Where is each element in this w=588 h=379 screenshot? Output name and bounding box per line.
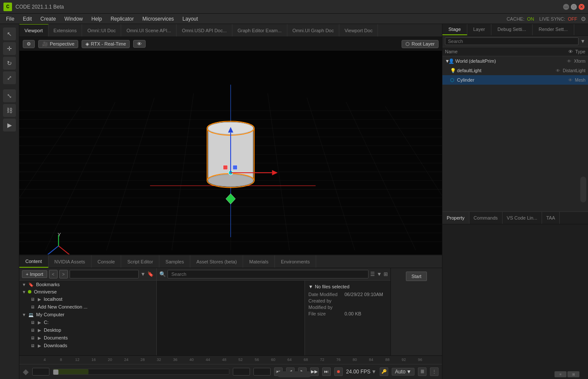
root-layer-button[interactable]: ⬡ Root Layer [402, 40, 439, 48]
prop-tab-commands[interactable]: Commands [469, 212, 503, 224]
nav-forward-button[interactable]: > [59, 270, 68, 278]
link-tool[interactable]: ⛓ [3, 104, 16, 117]
move-tool[interactable]: ✛ [3, 42, 16, 55]
select-tool[interactable]: ↖ [3, 28, 16, 40]
ruler-84: 84 [363, 358, 379, 362]
desktop-folder-icon: 🖥 [30, 327, 36, 333]
menu-file[interactable]: File [2, 15, 18, 23]
stage-tab-stage[interactable]: Stage [442, 24, 467, 35]
tree-item-bookmarks[interactable]: ▼ 🔖 Bookmarks [19, 281, 156, 288]
timeline-progress [53, 369, 88, 374]
scale-tool[interactable]: ⤢ [3, 71, 16, 84]
tree-item-downloads[interactable]: 🖥 ▶ Downloads [19, 342, 156, 349]
scene-container: Y X Z [19, 37, 442, 254]
bookmark-icon[interactable]: 🔖 [147, 271, 154, 277]
visibility-button[interactable]: 👁 [133, 40, 146, 48]
content-filter-icon[interactable]: ▼ [377, 271, 382, 277]
nav-back-button[interactable]: < [49, 270, 58, 278]
grid-filter-icon[interactable]: ⊞ [384, 271, 388, 277]
omniverse-status-dot [28, 290, 31, 293]
tab-omni-ui-doc[interactable]: Omni::UI Doc [82, 24, 121, 37]
filter-icon[interactable]: ▼ [140, 271, 146, 277]
tab-viewport[interactable]: Viewport [19, 24, 49, 37]
documents-icon: 🖥 [30, 335, 36, 341]
tree-row-defaultlight[interactable]: 💡 defaultLight 👁 DistantLight [442, 66, 588, 75]
defaultlight-name: defaultLight [457, 68, 556, 73]
prop-tab-taa[interactable]: TAA [542, 212, 560, 224]
import-button[interactable]: + Import [22, 270, 47, 278]
prop-tab-vscode[interactable]: VS Code Lin... [503, 212, 542, 224]
menu-create[interactable]: Create [36, 15, 60, 23]
bookmarks-label: Bookmarks [36, 282, 60, 287]
menu-layout[interactable]: Layout [178, 15, 202, 23]
menu-microservices[interactable]: Microservices [138, 15, 178, 23]
localhost-arrow: ▶ [38, 297, 43, 302]
tree-item-mycomputer[interactable]: ▼ 💻 My Computer [19, 311, 156, 318]
created-by-row: Created by [308, 298, 387, 303]
stage-tabbar: Stage Layer Debug Setti... Render Sett..… [442, 24, 588, 36]
minimize-button[interactable]: — [563, 4, 569, 10]
tab-samples[interactable]: Samples [159, 255, 190, 268]
list-view-icon[interactable]: ☰ [370, 271, 375, 277]
tree-item-documents[interactable]: 🖥 ▶ Documents [19, 334, 156, 342]
stage-tab-layer[interactable]: Layer [467, 24, 492, 35]
ruler-52: 52 [232, 358, 249, 362]
rtx-button[interactable]: ◈ RTX - Real-Time [82, 40, 130, 48]
stage-search-input[interactable] [445, 37, 579, 45]
tab-omni-graph-doc[interactable]: Omni.UI Graph Doc [287, 24, 340, 37]
ruler-48: 48 [216, 358, 232, 362]
timeline-bar[interactable] [53, 369, 229, 375]
tree-item-desktop[interactable]: 🖥 ▶ Desktop [19, 326, 156, 334]
bottom-panel: Content NVIDIA Assets Console Script Edi… [19, 254, 442, 355]
prop-tab-property[interactable]: Property [442, 212, 469, 224]
tab-content[interactable]: Content [19, 255, 49, 268]
tab-console[interactable]: Console [91, 255, 121, 268]
tree-item-add-connection[interactable]: 🖥 Add New Connection ... [19, 303, 156, 311]
tree-item-omniverse[interactable]: ▼ Omniverse [19, 288, 156, 295]
menu-edit[interactable]: Edit [18, 15, 36, 23]
file-size-row: File size 0.00 KB [308, 311, 387, 316]
stage-tab-render[interactable]: Render Sett... [533, 24, 574, 35]
start-button[interactable]: Start [406, 272, 427, 281]
stage-tree: ▼ 👤 World (defaultPrim) 👁 Xform 💡 defaul… [442, 56, 588, 211]
tab-graph-editor[interactable]: Graph Editor Exam... [232, 24, 287, 37]
tree-row-world[interactable]: ▼ 👤 World (defaultPrim) 👁 Xform [442, 56, 588, 66]
viewport-settings-button[interactable]: ⚙ [23, 40, 35, 48]
desktop-arrow: ▶ [38, 328, 43, 333]
menu-window[interactable]: Window [60, 15, 87, 23]
tree-row-cylinder[interactable]: ⬡ Cylinder 👁 Mesh [442, 75, 588, 85]
menu-help[interactable]: Help [87, 15, 107, 23]
tab-omni-usd[interactable]: Omni.USD API Doc... [177, 24, 232, 37]
world-icon: 👤 [448, 58, 455, 64]
tab-asset-stores[interactable]: Asset Stores (beta) [190, 255, 243, 268]
tab-environments[interactable]: Environments [275, 255, 316, 268]
layer-icon: ⬡ [405, 41, 410, 47]
tree-item-localhost[interactable]: 🖥 ▶ localhost [19, 295, 156, 303]
tab-nvidia-assets[interactable]: NVIDIA Assets [49, 255, 92, 268]
tab-materials[interactable]: Materials [243, 255, 275, 268]
mycomputer-label: My Computer [36, 312, 64, 317]
cylinder-vis-icon: 👁 [568, 78, 575, 83]
menu-replicator[interactable]: Replicator [106, 15, 138, 23]
tab-viewport-doc[interactable]: Viewport Doc [339, 24, 378, 37]
tab-extensions[interactable]: Extensions [49, 24, 82, 37]
ruler-80: 80 [347, 358, 363, 362]
ruler-40: 40 [183, 358, 200, 362]
file-size-value: 0.00 KB [344, 311, 361, 316]
timeline-thumb[interactable] [53, 370, 58, 375]
tree-item-cdrive[interactable]: 🖥 ▶ C: [19, 318, 156, 326]
search-input[interactable] [168, 270, 369, 278]
play-tool[interactable]: ▶ [3, 119, 16, 131]
tab-script-editor[interactable]: Script Editor [121, 255, 159, 268]
maximize-button[interactable]: □ [571, 4, 577, 10]
rotate-tool[interactable]: ↻ [3, 57, 16, 70]
stage-tab-debug[interactable]: Debug Setti... [491, 24, 533, 35]
stage-search-bar: ▼ [442, 36, 588, 47]
fullscreen-tool[interactable]: ⤡ [3, 89, 16, 102]
svg-text:X: X [72, 254, 75, 254]
file-content-area: ≡ ⊞ ▼ No files selected [157, 281, 390, 355]
perspective-button[interactable]: 🎥 Perspective [38, 40, 78, 48]
titlebar: C CODE 2021.1.1 Beta — □ ✕ [0, 0, 588, 14]
tab-omni-ui-scene[interactable]: Omni.UI Scene API... [121, 24, 177, 37]
grid-svg: Y X Z [19, 37, 442, 254]
